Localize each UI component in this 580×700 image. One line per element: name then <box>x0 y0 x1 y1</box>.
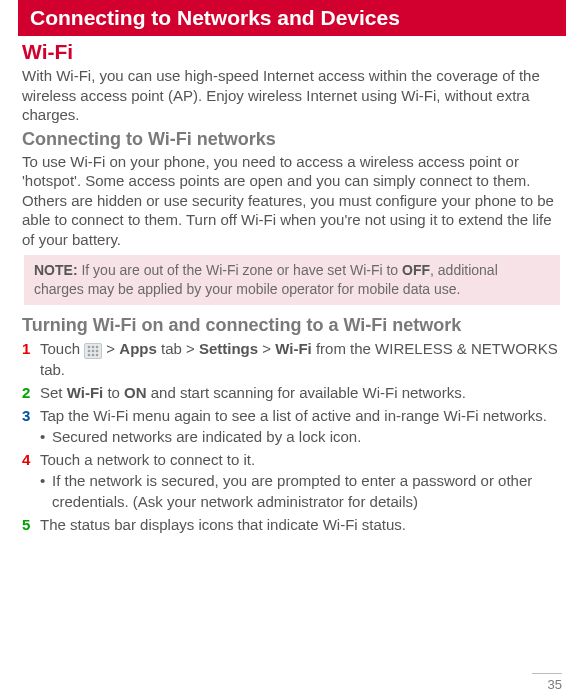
svg-point-8 <box>96 353 99 356</box>
step-4-text: Touch a network to connect to it. <box>40 451 255 468</box>
step-number-2: 2 <box>22 382 30 403</box>
step-1: 1 Touch > Apps tab > Settings > Wi-Fi fr… <box>22 338 562 380</box>
svg-point-4 <box>92 349 95 352</box>
step-2-pre: Set <box>40 384 67 401</box>
subsection-turning-title: Turning Wi-Fi on and connecting to a Wi-… <box>22 315 562 336</box>
note-box: NOTE: If you are out of the Wi-Fi zone o… <box>24 255 560 305</box>
apps-grid-icon <box>84 343 102 359</box>
step-1-b1: Apps <box>119 340 157 357</box>
step-3: 3 Tap the Wi-Fi menu again to see a list… <box>22 405 562 447</box>
step-5-text: The status bar displays icons that indic… <box>40 516 406 533</box>
step-1-gt2: > <box>258 340 275 357</box>
step-3-text: Tap the Wi-Fi menu again to see a list o… <box>40 407 547 424</box>
page-number: 35 <box>532 673 562 692</box>
step-4-bullet: If the network is secured, you are promp… <box>40 470 562 512</box>
svg-point-0 <box>88 345 91 348</box>
step-1-gt1: > <box>102 340 119 357</box>
step-2-post: and start scanning for available Wi-Fi n… <box>147 384 466 401</box>
step-2-b1: Wi-Fi <box>67 384 104 401</box>
svg-point-1 <box>92 345 95 348</box>
section-intro: With Wi-Fi, you can use high-speed Inter… <box>22 66 562 125</box>
svg-point-3 <box>88 349 91 352</box>
step-1-pre: Touch <box>40 340 84 357</box>
chapter-header: Connecting to Networks and Devices <box>18 0 566 36</box>
step-1-b2: Settings <box>199 340 258 357</box>
step-2: 2 Set Wi-Fi to ON and start scanning for… <box>22 382 562 403</box>
note-text-a: If you are out of the Wi-Fi zone or have… <box>78 262 402 278</box>
subsection-connecting-title: Connecting to Wi-Fi networks <box>22 129 562 150</box>
subsection-connecting-body: To use Wi-Fi on your phone, you need to … <box>22 152 562 250</box>
svg-point-6 <box>88 353 91 356</box>
svg-point-7 <box>92 353 95 356</box>
step-2-b2: ON <box>124 384 147 401</box>
step-3-bullet: Secured networks are indicated by a lock… <box>40 426 562 447</box>
note-label: NOTE: <box>34 262 78 278</box>
svg-point-2 <box>96 345 99 348</box>
step-2-mid: to <box>103 384 124 401</box>
note-bold: OFF <box>402 262 430 278</box>
step-number-5: 5 <box>22 514 30 535</box>
step-5: 5 The status bar displays icons that ind… <box>22 514 562 535</box>
step-4: 4 Touch a network to connect to it. If t… <box>22 449 562 512</box>
section-title-wifi: Wi-Fi <box>22 40 562 64</box>
step-number-1: 1 <box>22 338 30 359</box>
svg-point-5 <box>96 349 99 352</box>
step-1-b3: Wi-Fi <box>275 340 312 357</box>
step-number-3: 3 <box>22 405 30 426</box>
steps-list: 1 Touch > Apps tab > Settings > Wi-Fi fr… <box>22 338 562 535</box>
step-number-4: 4 <box>22 449 30 470</box>
step-1-mid1: tab > <box>157 340 199 357</box>
